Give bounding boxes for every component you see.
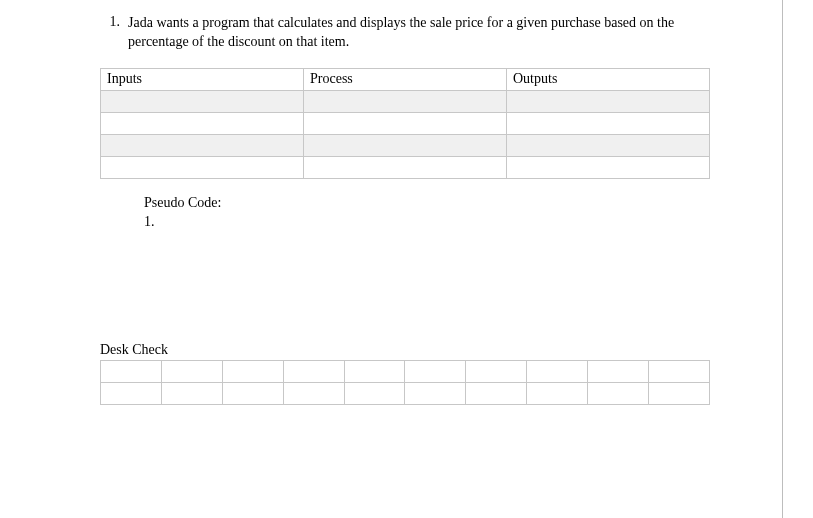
ipo-cell	[101, 112, 304, 134]
ipo-cell	[304, 134, 507, 156]
dc-cell	[283, 360, 344, 382]
dc-cell	[344, 360, 405, 382]
ipo-header-outputs: Outputs	[507, 68, 710, 90]
dc-cell	[161, 382, 222, 404]
ipo-cell	[507, 134, 710, 156]
ipo-cell	[101, 90, 304, 112]
dc-cell	[466, 382, 527, 404]
pseudo-code-line-1: 1.	[144, 212, 733, 232]
desk-check-label: Desk Check	[100, 342, 733, 358]
page-right-border	[782, 0, 783, 518]
ipo-cell	[101, 156, 304, 178]
ipo-header-row: Inputs Process Outputs	[101, 68, 710, 90]
ipo-row	[101, 156, 710, 178]
dc-cell	[405, 382, 466, 404]
desk-check-table	[100, 360, 710, 405]
dc-cell	[283, 382, 344, 404]
dc-cell	[222, 360, 283, 382]
ipo-row	[101, 134, 710, 156]
ipo-row	[101, 112, 710, 134]
ipo-row	[101, 90, 710, 112]
ipo-table: Inputs Process Outputs	[100, 68, 710, 179]
ipo-cell	[101, 134, 304, 156]
dc-row	[101, 360, 710, 382]
question-number: 1.	[100, 14, 128, 30]
dc-cell	[466, 360, 527, 382]
dc-cell	[649, 360, 710, 382]
pseudo-code-title: Pseudo Code:	[144, 193, 733, 213]
dc-cell	[588, 360, 649, 382]
ipo-header-inputs: Inputs	[101, 68, 304, 90]
question-text: Jada wants a program that calculates and…	[128, 14, 733, 52]
dc-cell	[222, 382, 283, 404]
ipo-cell	[507, 112, 710, 134]
dc-cell	[527, 382, 588, 404]
ipo-cell	[304, 156, 507, 178]
dc-cell	[649, 382, 710, 404]
dc-cell	[527, 360, 588, 382]
dc-cell	[101, 360, 162, 382]
ipo-cell	[304, 90, 507, 112]
ipo-header-process: Process	[304, 68, 507, 90]
dc-cell	[588, 382, 649, 404]
dc-cell	[405, 360, 466, 382]
ipo-cell	[304, 112, 507, 134]
ipo-cell	[507, 156, 710, 178]
dc-row	[101, 382, 710, 404]
dc-cell	[344, 382, 405, 404]
question-item: 1. Jada wants a program that calculates …	[100, 14, 733, 52]
dc-cell	[161, 360, 222, 382]
ipo-cell	[507, 90, 710, 112]
dc-cell	[101, 382, 162, 404]
pseudo-code-section: Pseudo Code: 1.	[144, 193, 733, 232]
